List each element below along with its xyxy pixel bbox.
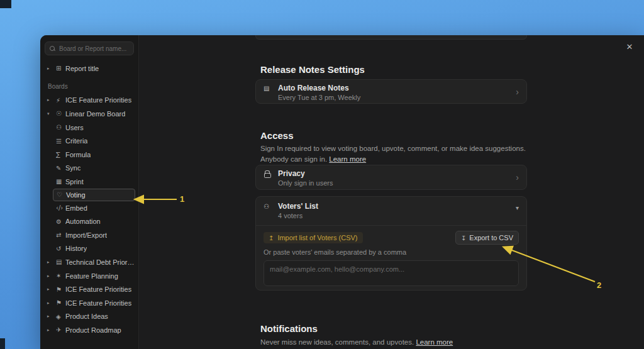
privacy-subtitle: Only sign in users xyxy=(278,179,519,187)
board-search[interactable] xyxy=(45,42,134,55)
chevron-right-icon[interactable] xyxy=(47,328,56,333)
settings-modal: ✕ ⊞ Report title Boards ⚡ ICE Feature Pr… xyxy=(40,35,644,349)
access-learn-more-link[interactable]: Learn more xyxy=(329,155,366,163)
sidebar-item-criteria[interactable]: ☰ Criteria xyxy=(40,134,138,148)
sidebar-item-board[interactable]: ✶ Feature Planning xyxy=(40,269,138,283)
lock-icon xyxy=(264,170,273,177)
sliders-icon: ☰ xyxy=(56,138,65,145)
notifications-heading: Notifications xyxy=(260,323,318,334)
desktop-corner xyxy=(0,338,5,349)
chevron-right-icon[interactable] xyxy=(47,66,56,71)
chevron-right-icon[interactable] xyxy=(47,301,56,306)
sidebar-item-sprint[interactable]: ▦ Sprint xyxy=(40,175,138,189)
bolt-icon: ⚡ xyxy=(56,97,65,104)
sidebar-item-voting[interactable]: ♡ Voting xyxy=(53,189,135,201)
previous-card-edge xyxy=(255,35,527,40)
chevron-down-icon[interactable] xyxy=(47,111,56,116)
sidebar-item-board[interactable]: ⚑ ICE Feature Priorities xyxy=(40,296,138,310)
voting-icon: ♡ xyxy=(57,191,66,198)
automation-icon: ⚙ xyxy=(56,218,65,225)
flashlight-icon: ✶ xyxy=(56,272,65,279)
voters-emails-input[interactable] xyxy=(264,260,519,286)
chevron-right-icon[interactable] xyxy=(47,260,56,265)
auto-release-notes-title: Auto Release Notes xyxy=(278,84,349,92)
chevron-right-icon xyxy=(516,172,519,182)
privacy-title: Privacy xyxy=(278,169,305,178)
search-input[interactable] xyxy=(59,45,129,52)
users-icon: ⚇ xyxy=(56,124,65,131)
sidebar-item-board[interactable]: ⚡ ICE Feature Priorities xyxy=(40,94,138,108)
sidebar-item-board[interactable]: ✈ Product Roadmap xyxy=(40,323,138,337)
sidebar-item-board-expanded[interactable]: ☉ Linear Demo Board xyxy=(40,107,138,121)
sidebar-item-automation[interactable]: ⚙ Automation xyxy=(40,214,138,228)
people-icon: ⚇ xyxy=(264,203,273,210)
runner-icon: ⚑ xyxy=(56,299,65,306)
release-notes-heading: Release Notes Settings xyxy=(260,64,365,75)
sidebar-item-embed[interactable]: ‹/› Embed xyxy=(40,201,138,215)
sidebar-item-board[interactable]: ◈ Product Ideas xyxy=(40,310,138,324)
settings-content: Release Notes Settings ▤ Auto Release No… xyxy=(139,35,644,349)
export-to-csv-button[interactable]: ↧ Export to CSV xyxy=(455,231,519,245)
auto-release-notes-schedule: Every Tue at 3 pm, Weekly xyxy=(278,94,519,101)
voters-import-section: ↥ Import list of Voters (CSV) ↧ Export t… xyxy=(256,225,526,286)
pen-icon: ✎ xyxy=(56,165,65,172)
paste-emails-hint: Or paste voters' emails separated by a c… xyxy=(256,245,526,256)
sidebar-item-users[interactable]: ⚇ Users xyxy=(40,121,138,135)
chevron-right-icon[interactable] xyxy=(47,97,56,102)
sidebar-item-board[interactable]: ⚑ ICE Feature Priorities xyxy=(40,282,138,296)
chart-icon: ⊞ xyxy=(56,65,65,72)
sidebar-item-sync[interactable]: ✎ Sync xyxy=(40,162,138,175)
voters-list-card: ⚇ Voters' List 4 voters ↥ Import list of… xyxy=(255,196,527,291)
chevron-down-icon[interactable] xyxy=(516,204,519,211)
voters-count: 4 voters xyxy=(278,212,519,219)
sidebar-item-report-title[interactable]: ⊞ Report title xyxy=(40,62,138,75)
formula-icon: ∑ xyxy=(56,151,65,158)
runner-icon: ⚑ xyxy=(56,286,65,293)
document-icon: ▤ xyxy=(264,85,273,92)
sidebar-item-import-export[interactable]: ⇄ Import/Export xyxy=(40,228,138,242)
sidebar-item-board[interactable]: ▤ Technical Debt Priori... xyxy=(40,255,138,269)
export-icon: ↧ xyxy=(461,235,466,241)
chevron-right-icon[interactable] xyxy=(47,314,56,319)
boards-section-label: Boards xyxy=(40,75,138,94)
chevron-right-icon[interactable] xyxy=(47,287,56,292)
chevron-right-icon[interactable] xyxy=(47,274,56,279)
import-voters-csv-link[interactable]: ↥ Import list of Voters (CSV) xyxy=(264,232,363,243)
sidebar: ⊞ Report title Boards ⚡ ICE Feature Prio… xyxy=(40,35,139,349)
book-icon: ▤ xyxy=(56,258,65,265)
access-description: Sign In required to view voting board, u… xyxy=(260,143,530,164)
bulb-icon: ☉ xyxy=(56,110,65,117)
embed-icon: ‹/› xyxy=(56,204,65,211)
rocket-icon: ✈ xyxy=(56,326,65,333)
voters-list-title: Voters' List xyxy=(278,202,318,211)
ideas-icon: ◈ xyxy=(56,313,65,320)
privacy-card[interactable]: Privacy Only sign in users xyxy=(255,165,527,190)
notifications-description: Never miss new ideas, comments, and upvo… xyxy=(260,337,530,348)
notifications-learn-more-link[interactable]: Learn more xyxy=(416,338,453,346)
history-icon: ↺ xyxy=(56,245,65,252)
calendar-icon: ▦ xyxy=(56,178,65,185)
sidebar-item-formula[interactable]: ∑ Formula xyxy=(40,148,138,162)
access-heading: Access xyxy=(260,130,294,141)
sidebar-item-history[interactable]: ↺ History xyxy=(40,242,138,256)
upload-icon: ↥ xyxy=(269,235,274,241)
desktop-corner xyxy=(0,0,11,8)
chevron-right-icon xyxy=(516,87,519,97)
auto-release-notes-card[interactable]: ▤ Auto Release Notes Every Tue at 3 pm, … xyxy=(255,79,527,104)
import-export-icon: ⇄ xyxy=(56,231,65,238)
search-icon xyxy=(50,46,55,52)
